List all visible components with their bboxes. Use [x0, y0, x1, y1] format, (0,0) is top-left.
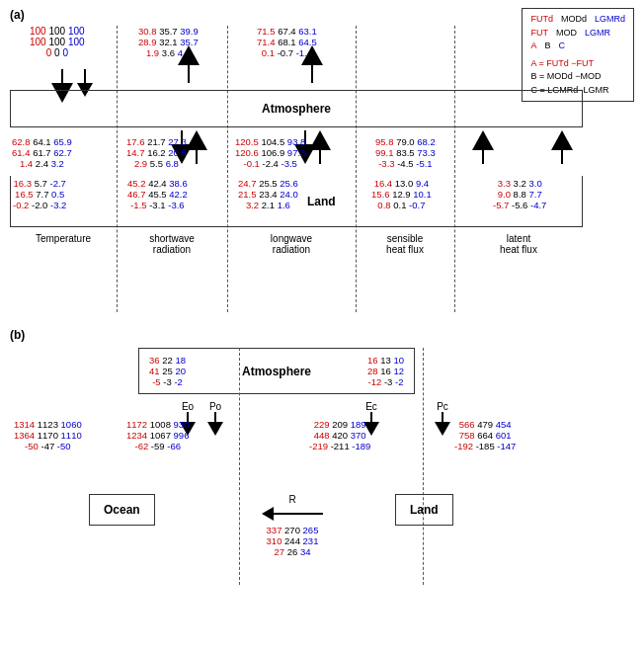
eo-nums: 1314 1123 1060 1364 1170 1110 -50 -47 -5…	[14, 419, 82, 451]
b-dashed-1	[239, 348, 240, 585]
land-b-label: Land	[395, 494, 453, 526]
land-box-b: Land	[395, 494, 453, 526]
legend-lgmr: LGMR	[585, 27, 610, 41]
temp-above-nums: 100 100 100 100 100 100 0 0 0	[30, 26, 85, 58]
latent-arrow-up-mid	[551, 130, 573, 164]
land-col4: 16.4 13.0 9.4 15.6 12.9 10.1 0.8 0.1 -0.…	[371, 178, 432, 210]
atmosphere-box: Atmosphere	[10, 90, 583, 127]
part-b: (b) 36 22 18 41 25 20 -5 -3 -2 Atmospher…	[10, 328, 634, 585]
legend-lgmrd: LGMRd	[595, 13, 625, 27]
legend-modd: MODd	[561, 13, 587, 27]
r-section: R 337 270 265 310 244 231 27 26 34	[262, 494, 323, 557]
mid-col2: 17.6 21.7 27.3 14.7 16.2 20.5 2.9 5.5 6.…	[126, 136, 187, 169]
r-nums: 337 270 265 310 244 231 27 26 34	[262, 525, 323, 557]
po-nums: 1172 1008 930 1234 1067 996 -62 -59 -66	[126, 419, 189, 451]
mid-col1: 62.8 64.1 65.9 61.4 61.7 62.7 1.4 2.4 3.…	[12, 136, 72, 169]
dashed-line-4	[454, 26, 455, 312]
mid-col4: 95.8 79.0 68.2 99.1 83.5 73.3 -3.3 -4.5 …	[375, 136, 436, 169]
legend-futd: FUTd	[530, 13, 553, 27]
diagram-b: 36 22 18 41 25 20 -5 -3 -2 Atmosphere 16…	[10, 348, 583, 585]
land-col2: 45.2 42.4 38.6 46.7 45.5 42.2 -1.5 -3.1 …	[127, 178, 188, 210]
dashed-line-2	[227, 26, 228, 312]
label-longwave: longwaveradiation	[227, 233, 356, 255]
land-col5: 3.3 3.2 3.0 9.0 8.8 7.7 -5.7 -5.6 -4.7	[493, 178, 546, 210]
land-col1: 16.3 5.7 -2.7 16.5 7.7 0.5 -0.2 -2.0 -3.…	[13, 178, 66, 210]
atm-box-b-container: 36 22 18 41 25 20 -5 -3 -2 Atmosphere 16…	[138, 348, 415, 394]
atm-b-label: Atmosphere	[242, 365, 311, 378]
label-temperature: Temperature	[10, 233, 117, 255]
po-label: Po	[207, 401, 223, 436]
section-b-label: (b)	[10, 328, 634, 342]
sw-arrow-up-mid	[186, 130, 207, 164]
mid-col3: 120.5 104.5 93.8 120.6 106.9 97.3 -0.1 -…	[235, 136, 305, 169]
sw-arrow-up	[178, 45, 200, 83]
r-label: R	[262, 494, 323, 505]
dashed-line-3	[356, 26, 357, 312]
atm-left-nums: 36 22 18 41 25 20 -5 -3 -2	[149, 355, 186, 387]
diagram-a: 100 100 100 100 100 100 0 0 0 30.8 35.7 …	[10, 26, 583, 312]
pc-label: Pc	[435, 401, 450, 436]
label-latent: latentheat flux	[454, 233, 583, 255]
lw-arrow-up	[301, 45, 323, 83]
lw-arrow-up-mid	[309, 130, 331, 164]
label-shortwave: shortwaveradiation	[117, 233, 227, 255]
bottom-labels-row: Temperature shortwaveradiation longwaver…	[10, 233, 583, 255]
sens-arrow-up-mid	[472, 130, 494, 164]
pc-nums: 566 479 454 758 664 601 -192 -185 -147	[454, 419, 516, 451]
land-label: Land	[307, 195, 336, 208]
atmosphere-label: Atmosphere	[262, 102, 331, 116]
ocean-label: Ocean	[89, 494, 155, 526]
atm-right-nums: 16 13 10 28 16 12 -12 -3 -2	[367, 355, 404, 387]
label-sensible: sensibleheat flux	[356, 233, 454, 255]
dashed-line-1	[117, 26, 118, 312]
ec-nums: 229 209 189 448 420 370 -219 -211 -189	[309, 419, 370, 451]
land-strip: Land 16.3 5.7 -2.7 16.5 7.7 0.5 -0.2 -2.…	[10, 176, 583, 227]
land-col3: 24.7 25.5 25.6 21.5 23.4 24.0 3.2 2.1 1.…	[238, 178, 298, 210]
ocean-box: Ocean	[89, 494, 155, 526]
b-dashed-2	[423, 348, 424, 585]
